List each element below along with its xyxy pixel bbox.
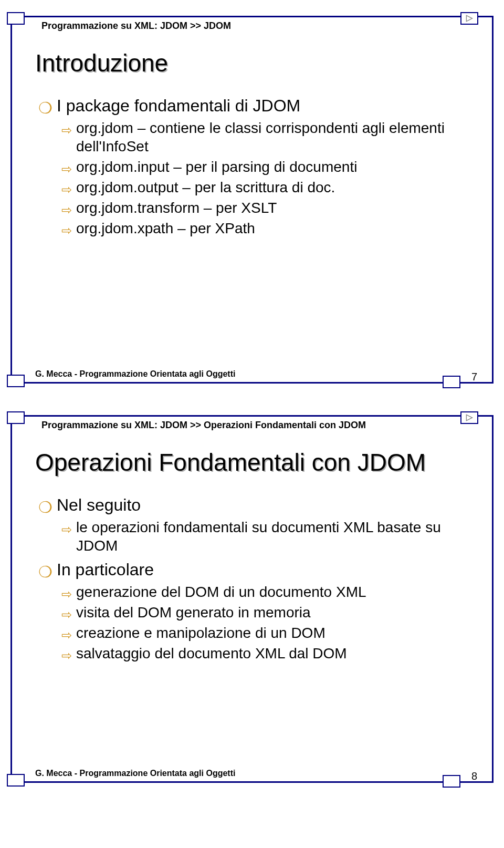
list-item: ❍ Nel seguito — [38, 495, 471, 515]
arrow-icon: ⇨ — [61, 182, 72, 198]
list-item: ⇨ creazione e manipolazione di un DOM — [61, 624, 471, 642]
level2-text: generazione del DOM di un documento XML — [76, 583, 366, 601]
list-item: ⇨ org.jdom.input – per il parsing di doc… — [61, 158, 471, 176]
bullet-icon: ❍ — [38, 564, 52, 580]
level2-text: salvataggio del documento XML dal DOM — [76, 644, 347, 663]
list-item: ❍ I package fondamentali di JDOM — [38, 96, 471, 116]
slide-title: Operazioni Fondamentali con JDOM — [35, 448, 426, 477]
level2-text: org.jdom.input – per il parsing di docum… — [76, 158, 357, 176]
connector-top-right — [460, 12, 478, 25]
list-item: ❍ In particolare — [38, 560, 471, 580]
arrow-icon: ⇨ — [61, 648, 72, 664]
level2-text: creazione e manipolazione di un DOM — [76, 624, 326, 642]
breadcrumb: Programmazione su XML: JDOM >> Operazion… — [41, 420, 366, 431]
list-item: ⇨ generazione del DOM di un documento XM… — [61, 583, 471, 601]
list-item: ⇨ org.jdom.output – per la scrittura di … — [61, 178, 471, 197]
level1-text: Nel seguito — [57, 495, 141, 515]
connector-top-right — [460, 411, 478, 424]
level2-text: org.jdom.output – per la scrittura di do… — [76, 178, 335, 197]
bullet-icon: ❍ — [38, 500, 52, 515]
level1-text: In particolare — [57, 560, 154, 580]
level1-text: I package fondamentali di JDOM — [57, 96, 300, 116]
connector-bottom-left — [7, 375, 25, 387]
list-item: ⇨ visita del DOM generato in memoria — [61, 603, 471, 622]
play-icon — [466, 15, 473, 22]
arrow-icon: ⇨ — [61, 122, 72, 138]
svg-marker-0 — [466, 15, 472, 21]
level2-text: org.jdom – contiene le classi corrispond… — [76, 119, 471, 156]
arrow-icon: ⇨ — [61, 586, 72, 602]
list-item: ⇨ salvataggio del documento XML dal DOM — [61, 644, 471, 663]
arrow-icon: ⇨ — [61, 202, 72, 218]
level2-text: org.jdom.xpath – per XPath — [76, 219, 255, 237]
play-icon — [466, 414, 473, 421]
page-number: 8 — [471, 770, 477, 782]
arrow-icon: ⇨ — [61, 161, 72, 177]
list-item: ⇨ org.jdom – contiene le classi corrispo… — [61, 119, 471, 156]
breadcrumb: Programmazione su XML: JDOM >> JDOM — [41, 20, 231, 32]
connector-bottom-right — [443, 376, 460, 388]
svg-marker-1 — [466, 415, 472, 420]
connector-top-left — [7, 411, 25, 424]
arrow-icon: ⇨ — [61, 627, 72, 643]
list-item: ⇨ org.jdom.xpath – per XPath — [61, 219, 471, 237]
footer-text: G. Mecca - Programmazione Orientata agli… — [35, 369, 235, 379]
level2-text: visita del DOM generato in memoria — [76, 603, 311, 622]
connector-bottom-right — [443, 775, 460, 788]
page-number: 7 — [471, 371, 477, 383]
slide-title: Introduzione — [35, 49, 168, 77]
footer-text: G. Mecca - Programmazione Orientata agli… — [35, 769, 235, 778]
list-item: ⇨ org.jdom.transform – per XSLT — [61, 199, 471, 217]
arrow-icon: ⇨ — [61, 223, 72, 239]
arrow-icon: ⇨ — [61, 607, 72, 623]
level2-text: le operazioni fondamentali su documenti … — [76, 518, 471, 555]
level2-text: org.jdom.transform – per XSLT — [76, 199, 277, 217]
slide-content: ❍ I package fondamentali di JDOM ⇨ org.j… — [38, 96, 471, 240]
connector-top-left — [7, 12, 25, 25]
slide-8: Programmazione su XML: JDOM >> Operazion… — [10, 415, 494, 783]
bullet-icon: ❍ — [38, 100, 52, 116]
list-item: ⇨ le operazioni fondamentali su document… — [61, 518, 471, 555]
slide-content: ❍ Nel seguito ⇨ le operazioni fondamenta… — [38, 495, 471, 665]
connector-bottom-left — [7, 774, 25, 787]
slide-7: Programmazione su XML: JDOM >> JDOM Intr… — [10, 16, 494, 384]
arrow-icon: ⇨ — [61, 522, 72, 537]
